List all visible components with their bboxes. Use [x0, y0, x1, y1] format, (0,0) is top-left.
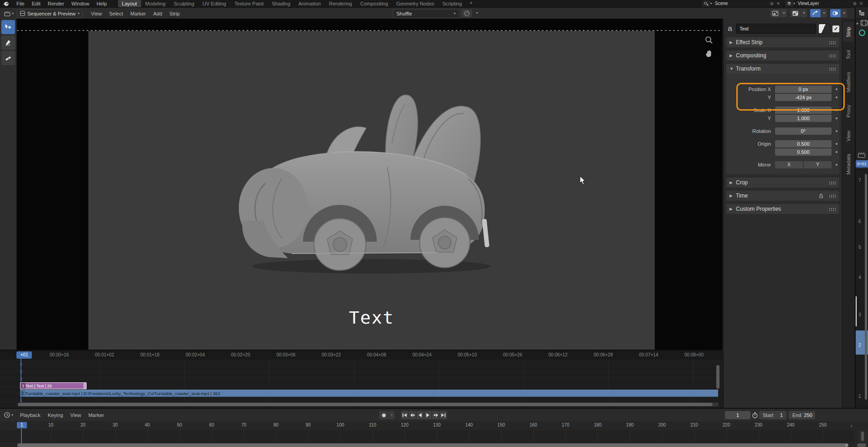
topbar-menu-edit[interactable]: Edit	[28, 0, 44, 7]
sliver-scrollbar[interactable]	[865, 174, 867, 400]
animate-dot-icon[interactable]	[836, 117, 837, 119]
chevron-down-icon[interactable]: ▾	[801, 9, 807, 17]
new-viewlayer-icon[interactable]: ⧉	[852, 0, 858, 7]
timeline-menu-keying[interactable]: Keying	[44, 411, 67, 419]
gizmos-toggle-icon[interactable]	[810, 9, 821, 17]
sequencer-menu-select[interactable]: Select	[105, 10, 127, 17]
workspace-tab-animation[interactable]: Animation	[294, 0, 325, 7]
panel-crop[interactable]: ▶Crop	[726, 178, 839, 188]
timeline-menu-view[interactable]: View	[67, 411, 85, 419]
timeline-scrollbar[interactable]	[17, 443, 848, 447]
end-frame-field[interactable]: End 250	[789, 411, 815, 419]
new-scene-icon[interactable]: ⧉	[769, 0, 775, 7]
mirror-y-button[interactable]: Y	[804, 161, 832, 168]
sidebar-tab-strip[interactable]: Strip	[843, 22, 854, 42]
annotate-tool[interactable]	[1, 36, 15, 50]
workspace-tab-rendering[interactable]: Rendering	[325, 0, 356, 7]
animate-dot-icon[interactable]	[836, 164, 837, 166]
next-keyframe-button[interactable]	[432, 411, 439, 419]
panel-effect-strip[interactable]: ▶Effect Strip	[726, 37, 839, 47]
auto-key-record-icon[interactable]	[379, 411, 388, 419]
close-icon[interactable]: ✕	[775, 0, 781, 7]
lock-open-icon[interactable]	[819, 193, 824, 198]
timeline-grid[interactable]	[0, 430, 854, 442]
proportional-editing-button[interactable]	[461, 9, 472, 17]
proportional-dropdown[interactable]: ▾	[474, 9, 480, 17]
value-field[interactable]: 0°	[775, 127, 832, 135]
sequencer-timeline[interactable]: 00:00+1600:01+0200:01+1800:02+0400:02+20…	[0, 350, 722, 408]
sequencer-menu-view[interactable]: View	[87, 10, 106, 17]
workspace-tab-texture-paint[interactable]: Texture Paint	[230, 0, 267, 7]
playhead-badge[interactable]: +01	[16, 351, 32, 359]
animate-dot-icon[interactable]	[836, 130, 837, 132]
strip-enable-checkbox[interactable]: ✓	[832, 25, 839, 32]
sequencer-vertical-scrollbar[interactable]	[716, 365, 719, 389]
sequencer-preview[interactable]: Text	[17, 19, 722, 350]
drag-grip-icon[interactable]	[829, 208, 836, 211]
play-reverse-button[interactable]	[416, 411, 424, 419]
sequencer-menu-add[interactable]: Add	[149, 10, 166, 17]
overlays-toggle-icon[interactable]	[830, 9, 841, 17]
timeline-editor-button[interactable]: ▾	[2, 411, 15, 419]
value-field[interactable]: 0.500	[775, 148, 832, 156]
sequencer-horizontal-scrollbar[interactable]	[17, 402, 719, 406]
pan-hand-icon[interactable]	[705, 50, 713, 58]
value-field[interactable]: 1.000	[775, 115, 832, 122]
workspace-tab-layout[interactable]: Layout	[118, 0, 141, 7]
animate-dot-icon[interactable]	[836, 143, 837, 145]
select-tool[interactable]	[1, 20, 15, 34]
chevron-down-icon[interactable]: ▾	[389, 411, 395, 419]
drag-grip-icon[interactable]	[829, 194, 836, 198]
workspace-tab-uv-editing[interactable]: UV Editing	[198, 0, 230, 7]
drag-grip-icon[interactable]	[829, 54, 836, 57]
editor-type-button[interactable]: ▾	[2, 10, 16, 18]
previous-keyframe-button[interactable]	[409, 411, 416, 419]
playhead-line[interactable]	[21, 359, 21, 404]
current-frame-badge[interactable]: 1	[17, 422, 27, 428]
movie-strip[interactable]: 2 Turntable_coaster_seat.mp4 | D:\Freela…	[20, 390, 718, 397]
display-channels-icon[interactable]	[790, 9, 801, 17]
blade-tool[interactable]	[1, 51, 15, 65]
mirror-x-button[interactable]: X	[775, 161, 803, 168]
timeline-menu-marker[interactable]: Marker	[85, 411, 108, 419]
chevron-down-icon[interactable]: ▾	[781, 9, 787, 17]
drag-grip-icon[interactable]	[829, 181, 836, 184]
jump-to-end-button[interactable]	[440, 411, 447, 419]
timeline-ruler[interactable]: 1020304050607080901001101201301401501601…	[0, 421, 868, 447]
scene-selector[interactable]: ▾ Scene ⧉ ✕	[702, 0, 781, 7]
panel-compositing[interactable]: ▶Compositing	[726, 51, 839, 61]
topbar-menu-window[interactable]: Window	[68, 0, 93, 7]
fader-icon[interactable]	[818, 24, 830, 34]
workspace-tab-modeling[interactable]: Modeling	[141, 0, 170, 7]
sidebar-tab-view[interactable]: View	[843, 126, 854, 146]
panel-time[interactable]: ▶Time	[726, 191, 839, 201]
panel-custom-properties[interactable]: ▶Custom Properties	[726, 204, 839, 214]
sequencer-menu-marker[interactable]: Marker	[127, 10, 149, 17]
preview-display-icon[interactable]	[770, 9, 781, 17]
stopwatch-icon[interactable]	[752, 412, 758, 418]
zoom-icon[interactable]	[705, 36, 713, 44]
scene-name[interactable]: Scene	[712, 0, 769, 7]
viewlayer-selector[interactable]: ▾ ViewLayer ⧉ ✕	[785, 0, 864, 7]
sliver-scrollbar-stub[interactable]	[857, 443, 866, 447]
blender-logo-icon[interactable]	[3, 1, 9, 6]
secondary-sequencer-sliver[interactable]: ▸ 0+01 7654321	[855, 7, 868, 408]
jump-to-start-button[interactable]	[401, 411, 408, 419]
animate-dot-icon[interactable]	[836, 151, 837, 153]
sidebar-tab-tool[interactable]: Tool	[843, 46, 854, 64]
sidebar-tab-metadata[interactable]: Metadata	[843, 149, 854, 179]
workspace-tab-geometry-nodes[interactable]: Geometry Nodes	[392, 0, 438, 7]
caret-right-icon[interactable]: ▸	[857, 21, 859, 25]
start-frame-field[interactable]: Start 1	[759, 411, 786, 419]
viewlayer-name[interactable]: ViewLayer	[795, 0, 852, 7]
topbar-menu-help[interactable]: Help	[93, 0, 111, 7]
workspace-tab-sculpting[interactable]: Sculpting	[169, 0, 198, 7]
text-strip[interactable]: 3 Text | Text | 25	[20, 382, 87, 389]
workspace-tab-scripting[interactable]: Scripting	[438, 0, 466, 7]
sequencer-menu-strip[interactable]: Strip	[166, 10, 184, 17]
add-workspace-button[interactable]: +	[466, 0, 476, 7]
timeline-menu-playback[interactable]: Playback	[16, 411, 44, 419]
strip-name-input[interactable]: Text	[736, 24, 816, 34]
workspace-tab-compositing[interactable]: Compositing	[356, 0, 392, 7]
close-icon[interactable]: ✕	[858, 0, 864, 7]
